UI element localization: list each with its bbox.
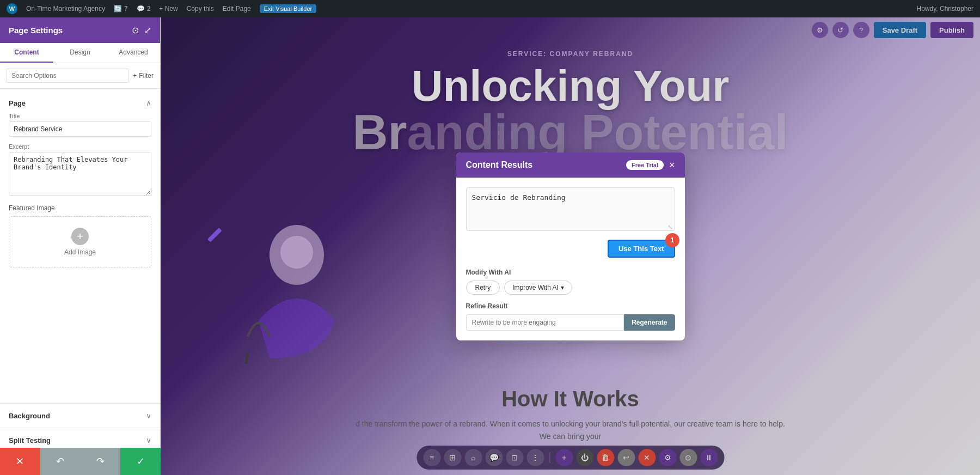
sidebar-title: Page Settings <box>9 26 63 35</box>
tab-advanced[interactable]: Advanced <box>107 43 160 63</box>
refine-input[interactable] <box>466 314 624 331</box>
resize-handle[interactable]: ⤡ <box>667 223 673 231</box>
cancel-button[interactable]: ✕ <box>0 448 40 475</box>
wp-logo-item[interactable]: W <box>7 3 17 14</box>
use-this-btn-container: 1 Use This Text <box>608 240 675 258</box>
background-section-header[interactable]: Background ∨ <box>9 411 151 420</box>
refine-row: Regenerate <box>466 314 675 331</box>
new-post[interactable]: + New <box>159 5 177 13</box>
comments-count[interactable]: 💬 2 <box>137 5 151 13</box>
modal-title: Content Results <box>466 160 533 170</box>
refine-result-label: Refine Result <box>466 302 675 310</box>
modal-body: Servicio de Rebranding ⤡ 1 Use This Text <box>456 178 685 340</box>
tab-content[interactable]: Content <box>0 43 53 63</box>
add-image-icon: + <box>71 228 89 245</box>
modal-content-textarea[interactable]: Servicio de Rebranding <box>466 187 675 231</box>
modify-ai-row: Retry Improve With AI ▾ <box>466 281 675 295</box>
improve-ai-chevron: ▾ <box>561 284 564 291</box>
search-input[interactable] <box>7 69 128 83</box>
filter-button[interactable]: + Filter <box>133 72 154 80</box>
redo-button[interactable]: ↷ <box>81 448 121 475</box>
featured-image-label: Featured Image <box>9 204 151 212</box>
step-badge: 1 <box>665 233 679 247</box>
tab-design[interactable]: Design <box>53 43 107 63</box>
sidebar-header: Page Settings ⊙ ⤢ <box>0 17 160 43</box>
main-content-area: SERVICE: COMPANY REBRAND Unlocking Your … <box>161 17 980 475</box>
add-image-box[interactable]: + Add Image <box>9 216 151 267</box>
use-this-text-area: 1 Use This Text <box>466 240 675 264</box>
regenerate-button[interactable]: Regenerate <box>624 314 675 331</box>
add-image-text: Add Image <box>64 248 96 256</box>
content-results-modal: Content Results Free Trial × Servicio de <box>456 153 685 340</box>
agency-name[interactable]: On-Time Marketing Agency <box>26 5 105 13</box>
title-label: Title <box>9 113 151 119</box>
retry-button[interactable]: Retry <box>466 281 500 295</box>
sidebar-expand-icon[interactable]: ⤢ <box>144 25 151 35</box>
split-testing-section-header[interactable]: Split Testing ∨ <box>9 436 151 444</box>
excerpt-textarea[interactable]: Rebranding That Elevates Your Brand's Id… <box>9 152 151 196</box>
page-section-header: Page ∧ <box>9 99 151 107</box>
free-trial-badge: Free Trial <box>626 160 664 170</box>
undo-button[interactable]: ↶ <box>40 448 81 475</box>
page-section-chevron[interactable]: ∧ <box>146 99 151 107</box>
updates-count[interactable]: 🔄 7 <box>114 5 128 13</box>
background-section: Background ∨ <box>0 403 160 428</box>
howdy-text: Howdy, Christopher <box>917 5 973 13</box>
modify-ai-label: Modify With AI <box>466 269 675 276</box>
modal-close-button[interactable]: × <box>669 160 675 170</box>
sidebar-settings-icon[interactable]: ⊙ <box>132 25 139 35</box>
edit-page[interactable]: Edit Page <box>223 5 251 13</box>
wp-logo: W <box>7 3 17 14</box>
split-testing-chevron[interactable]: ∨ <box>146 436 151 444</box>
sidebar-tabs: Content Design Advanced <box>0 43 160 63</box>
split-testing-title: Split Testing <box>9 436 51 444</box>
copy-this[interactable]: Copy this <box>187 5 214 13</box>
admin-bar-right: Howdy, Christopher <box>917 5 973 13</box>
page-title-input[interactable] <box>9 121 151 137</box>
bottom-action-bar: ✕ ↶ ↷ ✓ <box>0 448 161 475</box>
improve-with-ai-button[interactable]: Improve With AI ▾ <box>504 281 572 295</box>
sidebar: Page Settings ⊙ ⤢ Content Design Advance… <box>0 17 161 475</box>
sidebar-search-area: + Filter <box>0 63 160 89</box>
modal-header-right: Free Trial × <box>626 160 675 170</box>
exit-visual-builder[interactable]: Exit Visual Builder <box>260 4 316 13</box>
background-section-title: Background <box>9 412 50 420</box>
modal-overlay: Content Results Free Trial × Servicio de <box>161 17 980 475</box>
save-button[interactable]: ✓ <box>120 448 161 475</box>
sidebar-content: Page ∧ Title Excerpt Rebranding That Ele… <box>0 89 160 403</box>
modal-header: Content Results Free Trial × <box>456 153 685 178</box>
use-this-text-button[interactable]: Use This Text <box>608 240 675 258</box>
sidebar-header-icons: ⊙ ⤢ <box>132 25 151 35</box>
page-section-title: Page <box>9 99 26 107</box>
background-chevron[interactable]: ∨ <box>146 411 151 420</box>
main-layout: Page Settings ⊙ ⤢ Content Design Advance… <box>0 17 980 475</box>
excerpt-label: Excerpt <box>9 143 151 150</box>
modal-textarea-wrap: Servicio de Rebranding ⤡ <box>466 187 675 233</box>
admin-bar: W On-Time Marketing Agency 🔄 7 💬 2 + New… <box>0 0 980 17</box>
page-background: SERVICE: COMPANY REBRAND Unlocking Your … <box>161 17 980 475</box>
